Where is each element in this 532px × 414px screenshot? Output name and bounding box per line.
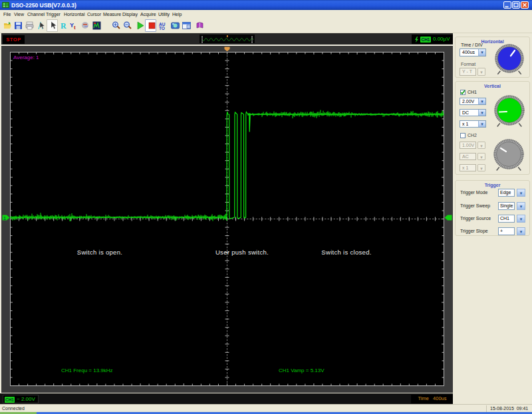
svg-text:CH1 Frequ = 13.9kHz: CH1 Frequ = 13.9kHz bbox=[61, 367, 113, 373]
svg-text:Average: 1: Average: 1 bbox=[13, 54, 39, 60]
svg-text:TO: TO bbox=[159, 26, 165, 30]
svg-text:User push switch.: User push switch. bbox=[215, 249, 269, 256]
svg-text:t: t bbox=[74, 25, 76, 30]
svg-text:1: 1 bbox=[3, 216, 6, 221]
svg-text:Switch is open.: Switch is open. bbox=[77, 249, 122, 256]
svg-text:CH1 Vamp = 5.13V: CH1 Vamp = 5.13V bbox=[279, 367, 325, 373]
svg-text:R: R bbox=[61, 21, 66, 30]
svg-text:Switch is closed.: Switch is closed. bbox=[321, 249, 371, 256]
